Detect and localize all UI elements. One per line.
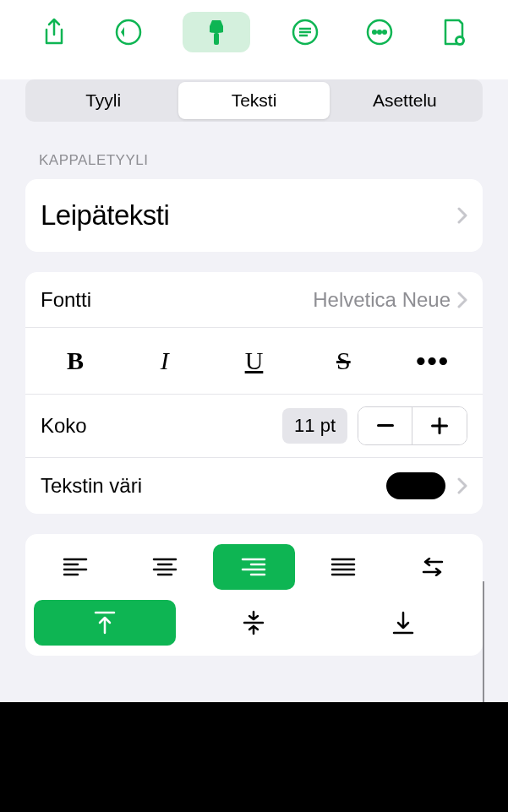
format-panel: Tyyli Teksti Asettelu KAPPALETYYLI Leipä…: [0, 79, 508, 722]
text-style-row: B I U S •••: [25, 328, 483, 395]
underline-button[interactable]: U: [220, 341, 287, 380]
text-direction-button[interactable]: [391, 544, 474, 590]
text-color-row[interactable]: Tekstin väri: [25, 458, 483, 514]
font-card: Fontti Helvetica Neue B I U S ••• Koko 1…: [25, 272, 483, 514]
italic-button[interactable]: I: [131, 341, 199, 380]
chevron-right-icon: [457, 292, 467, 308]
svg-point-11: [457, 38, 462, 43]
tab-layout[interactable]: Asettelu: [330, 82, 480, 119]
size-stepper: [358, 406, 467, 445]
paragraph-style-heading: KAPPALETYYLI: [0, 122, 508, 179]
paragraph-style-row[interactable]: Leipäteksti: [25, 179, 483, 252]
valign-middle-button[interactable]: [183, 600, 325, 646]
strikethrough-button[interactable]: S: [309, 341, 377, 380]
text-color-label: Tekstin väri: [41, 474, 142, 498]
align-justify-button[interactable]: [302, 544, 385, 590]
view-button[interactable]: [434, 12, 474, 52]
more-button[interactable]: [359, 12, 400, 52]
bold-button[interactable]: B: [41, 341, 109, 380]
font-label: Fontti: [41, 288, 91, 312]
size-value[interactable]: 11 pt: [282, 408, 347, 444]
paragraph-style-card: Leipäteksti: [25, 179, 483, 252]
size-increase-button[interactable]: [412, 407, 467, 444]
chevron-right-icon: [457, 477, 467, 494]
svg-point-9: [383, 30, 386, 34]
align-center-button[interactable]: [123, 544, 206, 590]
font-row[interactable]: Fontti Helvetica Neue: [25, 272, 483, 328]
text-color-swatch: [386, 472, 445, 499]
more-styles-button[interactable]: •••: [399, 341, 467, 380]
svg-point-0: [117, 20, 140, 44]
align-right-button[interactable]: [213, 544, 296, 590]
size-label: Koko: [41, 414, 282, 438]
svg-point-7: [373, 30, 376, 34]
paragraph-style-value: Leipäteksti: [41, 199, 169, 232]
size-row: Koko 11 pt: [25, 395, 483, 458]
tab-text[interactable]: Teksti: [178, 82, 329, 119]
valign-top-button[interactable]: [34, 600, 176, 646]
svg-point-8: [378, 30, 381, 34]
format-button[interactable]: [183, 12, 250, 52]
valign-bottom-button[interactable]: [332, 600, 474, 646]
svg-rect-1: [214, 33, 219, 45]
align-left-button[interactable]: [34, 544, 117, 590]
font-value: Helvetica Neue: [313, 288, 451, 312]
alignment-card: [25, 534, 483, 656]
format-tabs: Tyyli Teksti Asettelu: [25, 79, 483, 122]
top-toolbar: [0, 0, 508, 64]
svg-rect-12: [377, 424, 394, 427]
vertical-align-row: [34, 600, 474, 646]
tab-style[interactable]: Tyyli: [28, 82, 178, 119]
bottom-bar: [0, 702, 508, 812]
horizontal-align-row: [34, 544, 474, 590]
size-decrease-button[interactable]: [358, 407, 412, 444]
share-button[interactable]: [34, 12, 74, 52]
svg-rect-14: [439, 417, 441, 434]
comment-button[interactable]: [285, 12, 325, 52]
undo-button[interactable]: [108, 12, 149, 52]
chevron-right-icon: [457, 207, 467, 224]
